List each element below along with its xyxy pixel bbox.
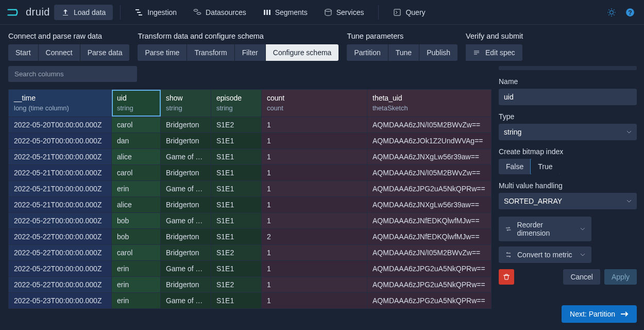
table-row: 2022-05-23T00:00:00.000ZerinGame of Thr…… (9, 292, 492, 308)
mvh-select[interactable]: SORTED_ARRAY (499, 193, 637, 209)
query-icon (393, 8, 401, 16)
cell: alice (112, 148, 161, 164)
wizard-step-connect[interactable]: Connect (39, 44, 80, 61)
wg4-buttons: Edit spec (466, 44, 523, 61)
cell: Game of Thr… (161, 148, 211, 164)
cell: 1 (262, 244, 367, 260)
cell: AQMDAAA6zJPG2uA5NkQPRw== (367, 180, 492, 196)
bitmap-option-false[interactable]: False (499, 159, 531, 174)
wizard-step-partition[interactable]: Partition (347, 44, 388, 61)
column-header-__time[interactable]: __timelong (time column) (9, 90, 112, 117)
gear-icon[interactable] (607, 8, 616, 17)
cell: S1E2 (211, 276, 262, 292)
search-input[interactable] (8, 66, 137, 82)
manual-icon (473, 49, 480, 56)
chevron-down-icon (580, 226, 585, 232)
table-row: 2022-05-22T00:00:00.000ZbobBridgertonS1E… (9, 228, 492, 244)
column-header-uid[interactable]: uidstring (112, 90, 161, 117)
apply-button[interactable]: Apply (604, 269, 637, 285)
wizard-group-tune: Tune parameters PartitionTunePublish (347, 32, 457, 61)
cell: Bridgerton (161, 164, 211, 180)
wizard-step-edit-spec[interactable]: Edit spec (466, 44, 522, 61)
cell: Game of Thr… (161, 292, 211, 308)
database-icon (324, 8, 332, 16)
wizard-step-filter[interactable]: Filter (235, 44, 266, 61)
wizard-group-transform: Transform data and configure schema Pars… (138, 32, 338, 61)
nav-ingestion[interactable]: Ingestion (128, 5, 184, 20)
type-select[interactable]: string (499, 124, 637, 140)
cell: AQMDAAA6zJNfEDKQlwfMJw== (367, 212, 492, 228)
upload-icon (61, 8, 70, 16)
wizard-step-transform[interactable]: Transform (187, 44, 234, 61)
cell: Bridgerton (161, 117, 211, 133)
cell: 1 (262, 164, 367, 180)
nav-load-data[interactable]: Load data (54, 5, 113, 20)
cell: AQMDAAA6zJPG2uA5NkQPRw== (367, 276, 492, 292)
swap-icon (505, 225, 512, 233)
wg3-buttons: PartitionTunePublish (347, 44, 457, 61)
cell: AQMDAAA6zJPG2uA5NkQPRw== (367, 260, 492, 276)
cell: AQMDAAA6zJN/I05M2BWvZw== (367, 164, 492, 180)
cell: AQMDAAA6zJOk1Z2UndWVAg== (367, 133, 492, 148)
wizard-step-configure-schema[interactable]: Configure schema (266, 44, 339, 61)
delete-button[interactable] (499, 269, 514, 285)
cell: 2022-05-20T00:00:00.000Z (9, 133, 112, 148)
table-row: 2022-05-21T00:00:00.000ZaliceGame of Thr… (9, 148, 492, 164)
cell: 1 (262, 148, 367, 164)
column-editor-panel: Name Type string Create bitmap index Fal… (492, 66, 644, 330)
cell: bob (112, 212, 161, 228)
gantt-icon (135, 8, 143, 16)
wizard-step-parse-time[interactable]: Parse time (138, 44, 187, 61)
svg-rect-8 (266, 10, 268, 15)
help-icon[interactable]: ? (625, 8, 635, 17)
cell: 1 (262, 196, 367, 212)
svg-rect-3 (137, 12, 141, 13)
wizard-step-publish[interactable]: Publish (419, 44, 457, 61)
chevron-down-icon (580, 252, 585, 257)
cell: 2022-05-20T00:00:00.000Z (9, 117, 112, 133)
next-partition-button[interactable]: Next: Partition (562, 305, 637, 323)
cell: 2022-05-23T00:00:00.000Z (9, 292, 112, 308)
column-header-show[interactable]: showstring (161, 90, 211, 117)
cell: S1E1 (211, 164, 262, 180)
cell: Game of Thr… (161, 260, 211, 276)
cell: 1 (262, 212, 367, 228)
nav-services[interactable]: Services (317, 5, 371, 20)
nav-datasources[interactable]: Datasources (186, 5, 253, 20)
column-header-episode[interactable]: episodestring (211, 90, 262, 117)
chevron-down-icon (626, 199, 632, 204)
column-header-theta_uid[interactable]: theta_uidthetaSketch (367, 90, 492, 117)
name-input[interactable] (499, 89, 637, 105)
brand[interactable]: druid (7, 5, 50, 20)
svg-rect-2 (135, 9, 139, 10)
wizard-step-parse-data[interactable]: Parse data (80, 44, 130, 61)
cell: dan (112, 133, 161, 148)
cell: carol (112, 244, 161, 260)
table-row: 2022-05-20T00:00:00.000ZdanBridgertonS1E… (9, 133, 492, 148)
svg-point-10 (325, 9, 331, 11)
cell: S1E1 (211, 148, 262, 164)
wizard-step-tune[interactable]: Tune (388, 44, 419, 61)
convert-to-metric-button[interactable]: Convert to metric (499, 246, 591, 263)
bitmap-option-true[interactable]: True (530, 159, 560, 174)
mvh-label: Multi value handling (499, 182, 637, 190)
cell: Game of Thr… (161, 212, 211, 228)
cell: Game of Thr… (161, 180, 211, 196)
cell: 2022-05-21T00:00:00.000Z (9, 148, 112, 164)
wizard-step-start[interactable]: Start (8, 44, 39, 61)
cell: AQMDAAA6zJN/I05M2BWvZw== (367, 117, 492, 133)
cell: S1E2 (211, 244, 262, 260)
reorder-dimension-button[interactable]: Reorder dimension (499, 217, 591, 241)
cancel-button[interactable]: Cancel (563, 269, 600, 285)
cell: S1E1 (211, 260, 262, 276)
column-header-count[interactable]: countcount (262, 90, 367, 117)
trash-icon (503, 273, 510, 280)
nav-query[interactable]: Query (386, 5, 432, 20)
cell: alice (112, 196, 161, 212)
exchange-icon (505, 251, 512, 258)
nav-segments[interactable]: Segments (256, 5, 315, 20)
cell: Bridgerton (161, 244, 211, 260)
cell: Bridgerton (161, 196, 211, 212)
druid-logo-icon (7, 5, 22, 20)
multi-db-icon (193, 8, 201, 16)
